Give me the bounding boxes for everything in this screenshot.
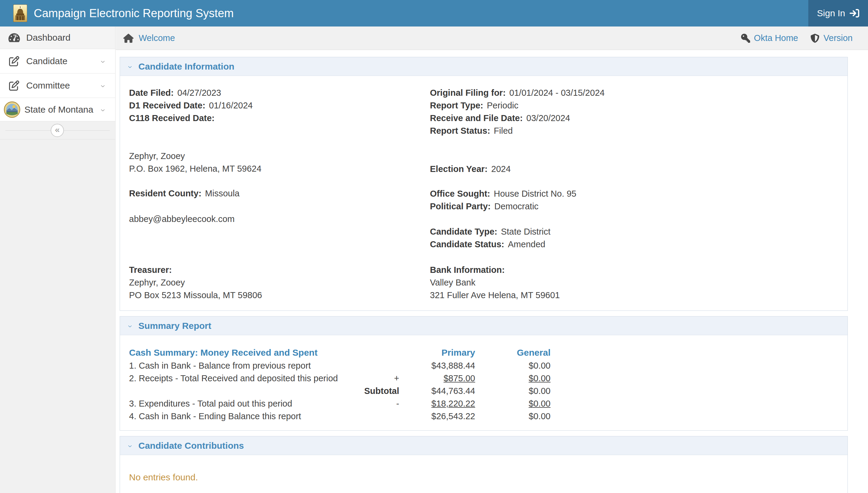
candidate-email: abbey@abbeyleecook.com xyxy=(129,213,430,225)
d1-received-row: D1 Received Date:01/16/2024 xyxy=(129,99,430,112)
summary-report-panel: Summary Report Cash Summary: Money Recei… xyxy=(120,316,848,431)
sign-in-label: Sign In xyxy=(817,8,845,18)
edit-icon xyxy=(8,80,20,91)
candidate-info-right-column: Original Filing for:01/01/2024 - 03/15/2… xyxy=(430,86,839,301)
field-value: State District xyxy=(501,227,550,236)
c118-received-row: C118 Received Date: xyxy=(129,112,430,124)
bank-name: Valley Bank xyxy=(430,276,839,289)
political-party-row: Political Party:Democratic xyxy=(430,200,839,213)
expenditures-total-link[interactable]: $18,220.22 xyxy=(431,399,475,408)
collapse-glyph: « xyxy=(55,125,60,135)
summary-row-primary: $26,543.22 xyxy=(400,410,475,423)
field-label: C118 Received Date: xyxy=(129,113,215,123)
field-label: Bank Information: xyxy=(430,265,505,275)
summary-row-general: $0.00 xyxy=(475,359,550,372)
app-header: Campaign Electronic Reporting System Sig… xyxy=(0,0,868,26)
report-status-row: Report Status:Filed xyxy=(430,124,839,137)
field-label: Original Filing for: xyxy=(430,88,506,98)
resident-county-row: Resident County:Missoula xyxy=(129,187,430,200)
office-sought-row: Office Sought:House District No. 95 xyxy=(430,187,839,200)
summary-row-general: $0.00 xyxy=(475,410,550,423)
okta-home-label: Okta Home xyxy=(754,33,799,43)
field-label: Date Filed: xyxy=(129,88,174,98)
candidate-information-panel: Candidate Information Date Filed:04/27/2… xyxy=(120,57,848,311)
candidate-information-header[interactable]: Candidate Information xyxy=(120,57,848,76)
summary-row-operator xyxy=(361,359,400,372)
field-label: Office Sought: xyxy=(430,189,490,198)
field-label: Resident County: xyxy=(129,189,201,198)
summary-row-primary: $44,763.44 xyxy=(400,385,475,397)
field-value: Amended xyxy=(508,239,545,249)
sidebar-item-candidate[interactable]: Candidate xyxy=(0,49,115,73)
field-label: Candidate Type: xyxy=(430,227,497,236)
field-value: House District No. 95 xyxy=(494,189,577,198)
candidate-name: Zephyr, Zooey xyxy=(129,150,430,162)
field-value: Democratic xyxy=(494,201,539,211)
panel-title: Candidate Information xyxy=(138,61,234,72)
sidebar-item-label: Committee xyxy=(26,80,70,91)
bank-address: 321 Fuller Ave Helena, MT 59601 xyxy=(430,289,839,301)
column-header-general: General xyxy=(475,346,550,359)
bank-information-label: Bank Information: xyxy=(430,263,839,276)
sidebar-item-label: State of Montana xyxy=(24,105,94,115)
sidebar-item-dashboard[interactable]: Dashboard xyxy=(0,26,115,49)
receipts-total-link[interactable]: $875.00 xyxy=(444,373,475,383)
candidate-contributions-body: No entries found. xyxy=(120,455,848,493)
summary-subtotal-label: Subtotal xyxy=(361,385,400,397)
field-value: 03/20/2024 xyxy=(526,113,570,123)
chevron-down-icon xyxy=(99,80,107,91)
breadcrumb-bar: Welcome Okta Home Version xyxy=(116,26,868,50)
column-header-primary: Primary xyxy=(400,346,475,359)
candidate-type-row: Candidate Type:State District xyxy=(430,225,839,238)
montana-seal-icon xyxy=(4,102,20,118)
okta-home-link[interactable]: Okta Home xyxy=(741,33,799,43)
field-label: Treasurer: xyxy=(129,265,172,275)
summary-row-label: 2. Receipts - Total Received and deposit… xyxy=(129,372,361,385)
sidebar-collapse-button[interactable]: « xyxy=(51,124,64,137)
main-area: Welcome Okta Home Version Candidate Info… xyxy=(116,26,868,493)
summary-row-primary: $43,888.44 xyxy=(400,359,475,372)
field-value: Filed xyxy=(494,126,513,135)
sign-in-button[interactable]: Sign In xyxy=(808,0,868,26)
chevron-down-icon xyxy=(99,105,107,115)
sidebar-collapse-area: « xyxy=(0,121,115,140)
chevron-down-icon xyxy=(126,321,134,331)
summary-row-label: 4. Cash in Bank - Ending Balance this re… xyxy=(129,410,361,423)
panel-title: Candidate Contributions xyxy=(138,441,244,451)
sidebar: Dashboard Candidate Committee State of M… xyxy=(0,26,116,493)
field-value: 2024 xyxy=(491,164,511,174)
summary-row-general: $0.00 xyxy=(475,385,550,397)
summary-report-header[interactable]: Summary Report xyxy=(120,317,848,335)
report-type-row: Report Type:Periodic xyxy=(430,99,839,112)
summary-report-body: Cash Summary: Money Received and Spent P… xyxy=(120,335,848,430)
candidate-information-body: Date Filed:04/27/2023 D1 Received Date:0… xyxy=(120,76,848,310)
election-year-row: Election Year:2024 xyxy=(430,163,839,175)
sidebar-item-committee[interactable]: Committee xyxy=(0,73,115,98)
breadcrumb-welcome-link[interactable]: Welcome xyxy=(139,33,175,43)
original-filing-row: Original Filing for:01/01/2024 - 03/15/2… xyxy=(430,86,839,99)
summary-row-label: 1. Cash in Bank - Balance from previous … xyxy=(129,359,361,372)
key-icon xyxy=(741,34,750,43)
field-label: Election Year: xyxy=(430,164,487,174)
sidebar-item-state-of-montana[interactable]: State of Montana xyxy=(0,98,115,121)
content: Candidate Information Date Filed:04/27/2… xyxy=(116,50,868,493)
dashboard-gauge-icon xyxy=(8,33,20,43)
expenditures-total-link[interactable]: $0.00 xyxy=(528,399,550,408)
chevron-down-icon xyxy=(126,61,134,71)
field-label: Political Party: xyxy=(430,201,490,211)
panel-title: Summary Report xyxy=(138,321,211,331)
cash-summary-title: Cash Summary: Money Received and Spent xyxy=(129,346,400,359)
summary-row-label xyxy=(129,385,361,397)
treasurer-name: Zephyr, Zooey xyxy=(129,276,430,289)
field-label: Candidate Status: xyxy=(430,239,504,249)
date-filed-row: Date Filed:04/27/2023 xyxy=(129,86,430,99)
field-value: 01/16/2024 xyxy=(209,101,253,110)
version-link[interactable]: Version xyxy=(810,33,853,43)
version-label: Version xyxy=(823,33,853,43)
field-value: Periodic xyxy=(487,101,519,110)
breadcrumb[interactable]: Welcome xyxy=(123,33,175,43)
sidebar-filler xyxy=(0,140,115,493)
candidate-contributions-header[interactable]: Candidate Contributions xyxy=(120,436,848,455)
field-value: 04/27/2023 xyxy=(177,88,221,98)
receipts-total-link[interactable]: $0.00 xyxy=(528,373,550,383)
